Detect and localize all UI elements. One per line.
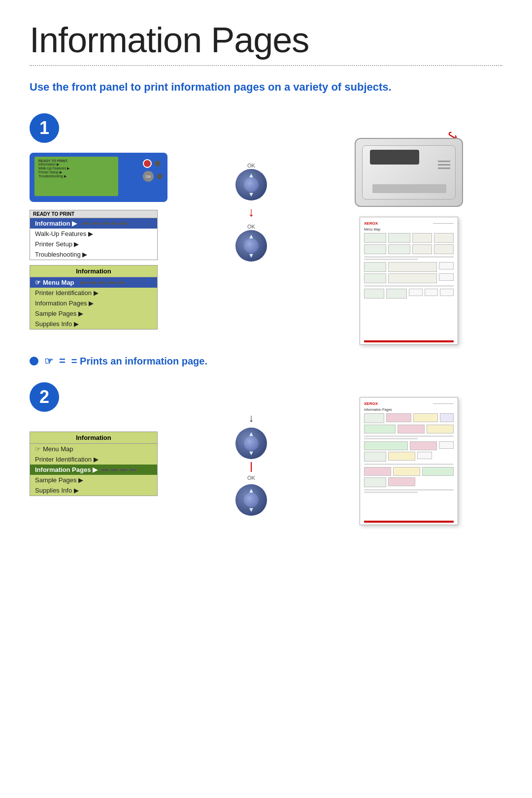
doc1-footer (364, 340, 454, 342)
menu-item-menumap: ☞ Menu Map (30, 277, 157, 288)
doc2-line-4 (364, 489, 454, 491)
menu-item-information-text: Information ▶ (35, 220, 77, 227)
panel-small-btn-1 (155, 161, 161, 166)
doc2-cell-pink-4 (364, 467, 391, 476)
doc2-cell-yellow-3 (388, 452, 415, 461)
step2-nav-btn: ▲ ▼ (235, 428, 267, 459)
doc1-title: Menu Map (364, 228, 454, 231)
menu-item-infopages: Information Pages ▶ (30, 298, 157, 308)
nav-inner-1 (244, 177, 259, 192)
step2-left-col: 2 Information ☞ Menu Map Printer Identif… (30, 382, 187, 496)
step2-menu-item-printerid: Printer Identification ▶ (30, 454, 157, 465)
doc2-row-6 (364, 477, 454, 487)
panel-btn-row-1 (143, 159, 163, 168)
doc1-cell-6 (364, 273, 386, 283)
doc2-row-1 (364, 413, 454, 423)
dash2-1 (80, 282, 87, 284)
step2-badge: 2 (30, 382, 59, 412)
panel-btn-row-2: OK (143, 171, 163, 182)
step2-nav-inner (244, 436, 259, 451)
doc2-row-2 (364, 425, 454, 433)
menu-item-printerid: Printer Identification ▶ (30, 288, 157, 298)
doc2-cell-narrow-2 (417, 452, 432, 459)
doc2-line-5 (364, 492, 418, 493)
panel-screen-item-4: Troubleshooting ▶ (38, 174, 114, 178)
step2-right-col: XEROX —————— Information Pages (315, 382, 502, 525)
step2-ok-label: OK (247, 475, 255, 481)
doc2-title: Information Pages (364, 408, 454, 411)
vent-2 (438, 164, 450, 166)
doc1-line-3 (364, 285, 454, 287)
doc2-cell-3 (364, 477, 386, 487)
doc1-cell-wide-4 (434, 244, 454, 254)
menu-map-label: Menu Map (43, 279, 74, 286)
doc1-cell-7 (364, 289, 384, 299)
step2-menu-item-samplepages: Sample Pages ▶ (30, 475, 157, 485)
doc1-line-1 (364, 256, 454, 258)
doc1-cell-narrow-2 (439, 273, 454, 281)
panel-ok-btn: OK (143, 171, 154, 182)
panel-screen-title: READY TO PRINT. (38, 159, 114, 163)
dash-2 (92, 223, 99, 225)
doc1-cell-3 (364, 244, 386, 254)
dashes-row-3 (101, 469, 136, 471)
legend-text: = Prints an information page. (71, 356, 207, 367)
dash3-3 (120, 469, 127, 471)
page-subtitle: Use the front panel to print information… (30, 81, 502, 94)
step1-section: 1 READY TO PRINT. Information ▶ Walk-Up … (30, 113, 502, 345)
doc2-row-5 (364, 467, 454, 476)
panel-screen-item-2: Walk-Up Features ▶ (38, 166, 114, 170)
step2-menu-item-infopages: Information Pages ▶ (30, 465, 157, 475)
step2-nav-inner-2 (244, 493, 259, 507)
menu-item-walkup: Walk-Up Features ▶ (30, 229, 157, 239)
front-panel-illustration: READY TO PRINT. Information ▶ Walk-Up Fe… (30, 153, 167, 202)
page-title: Information Pages (30, 20, 502, 66)
doc1-cell-wide-1 (412, 233, 432, 243)
step2-dashes (101, 469, 136, 471)
menu-item-information: Information ▶ (30, 218, 157, 229)
step1-middle-col: OK ▲ ▼ ↓ OK ▲ ▼ (207, 113, 296, 262)
printer-area: ↪ (355, 138, 463, 207)
step2-nav-down: ▼ (248, 449, 255, 457)
doc2-header: XEROX —————— (364, 401, 454, 406)
step2-nav-btn-2: ▲ ▼ (235, 484, 267, 516)
legend-printer-icon: ☞ (44, 355, 53, 367)
doc2-row-3 (364, 441, 454, 450)
ok-label-1: OK (247, 163, 255, 168)
nav-btn-2: ▲ ▼ (235, 230, 267, 262)
step2-nav-down-2: ▼ (248, 506, 255, 513)
step2-nav-group: ↓ ▲ ▼ OK ▲ ▼ (235, 412, 267, 516)
doc1-cell-2 (388, 233, 410, 243)
doc2-brand: XEROX (364, 401, 378, 406)
dash2-5 (118, 282, 125, 284)
step2-information-menu: Information ☞ Menu Map Printer Identific… (30, 432, 158, 496)
panel-screen-item-3: Printer Setup ▶ (38, 170, 114, 174)
ready-label: READY TO PRINT (30, 210, 157, 218)
doc2-cell-yellow-2 (427, 425, 454, 433)
menu-item-samplepages: Sample Pages ▶ (30, 308, 157, 319)
step2-down-arrow: ↓ (249, 412, 254, 425)
doc1-cell-wide-6 (388, 273, 437, 283)
nav-down-1: ▼ (248, 191, 255, 198)
doc2-line-2 (364, 438, 418, 439)
step2-menu-item-menumap: ☞ Menu Map (30, 444, 157, 454)
vent-1 (438, 161, 450, 162)
panel-screen: READY TO PRINT. Information ▶ Walk-Up Fe… (34, 157, 118, 196)
information-menu-header: Information (30, 266, 157, 277)
red-arrow-down-1: ↓ (248, 204, 255, 220)
step2-section: 2 Information ☞ Menu Map Printer Identif… (30, 382, 502, 525)
dash-3 (101, 223, 108, 225)
legend-equals: = (59, 355, 66, 367)
step1-dashes (83, 223, 127, 225)
printer-illustration (355, 138, 463, 207)
doc2-cell-narrow-1 (439, 441, 454, 449)
panel-circle-btn-red (143, 159, 152, 168)
doc1-row-4 (364, 273, 454, 283)
step2-infopages-label: Information Pages ▶ (35, 466, 98, 473)
doc2-footer (364, 521, 454, 523)
doc1-cell-narrow-5 (440, 289, 454, 296)
doc2-cell-pink-5 (388, 477, 415, 486)
doc1-brand: XEROX (364, 221, 378, 226)
dash3-2 (111, 469, 118, 471)
doc2-cell-pink-2 (398, 425, 425, 433)
